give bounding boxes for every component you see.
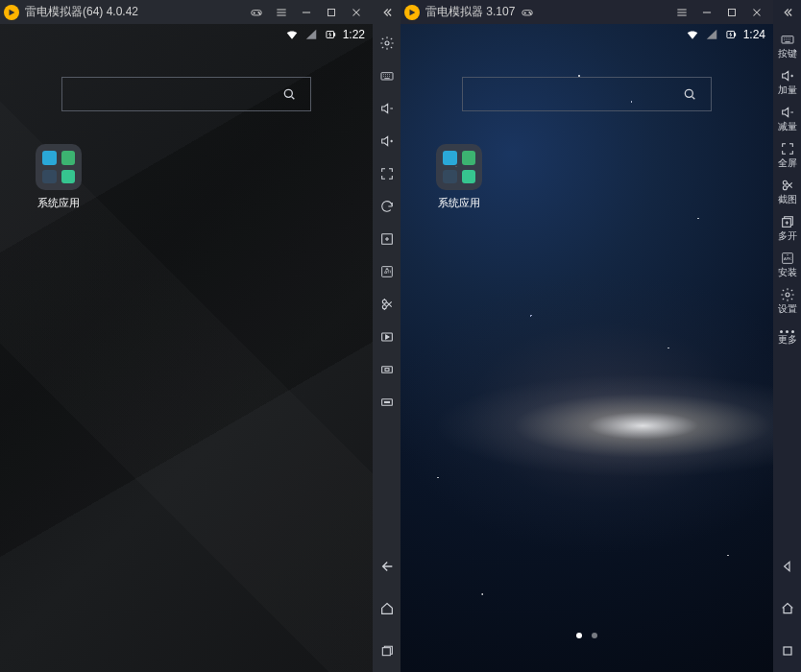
record-button[interactable] [373, 321, 400, 353]
keymap-label: 按键 [778, 49, 797, 59]
install-label: 安装 [778, 268, 797, 277]
svg-point-19 [388, 401, 389, 402]
minimize-button[interactable] [294, 0, 319, 24]
multi-label: 多开 [778, 231, 797, 241]
screenshot-button[interactable] [373, 288, 400, 321]
app-logo-icon [4, 5, 19, 20]
more-icon [780, 330, 794, 333]
page-dot[interactable] [592, 633, 597, 638]
side-toolbar-right: 按键 加量 减量 全屏 截图 多开 APK 安装 设置 更多 [773, 0, 801, 672]
screenshot-label: 截图 [778, 195, 797, 204]
volume-down-button[interactable] [373, 92, 400, 125]
minimize-button[interactable] [694, 0, 719, 24]
status-bar: 1:22 [0, 24, 373, 45]
wifi-icon [285, 28, 299, 41]
device-screen[interactable]: 1:22 系统应用 [0, 24, 373, 672]
search-input[interactable] [462, 77, 712, 111]
more-label: 更多 [778, 335, 797, 345]
nav-recents-button[interactable] [373, 630, 400, 672]
svg-point-17 [384, 401, 385, 402]
wifi-icon [686, 28, 699, 41]
svg-point-18 [386, 401, 387, 402]
volume-up-button[interactable] [373, 125, 400, 157]
window-title: 雷电模拟器 3.107 [425, 4, 515, 20]
search-icon [281, 86, 297, 102]
collapse-button[interactable] [373, 6, 400, 27]
collapse-button[interactable] [773, 6, 801, 27]
svg-point-12 [382, 305, 386, 309]
svg-point-22 [529, 12, 530, 12]
settings-button[interactable] [373, 27, 400, 60]
install-apk-button[interactable] [373, 255, 400, 288]
screenshot-button[interactable]: 截图 [773, 173, 801, 209]
nav-back-button[interactable] [773, 545, 801, 588]
svg-point-7 [385, 41, 389, 45]
folder-label: 系统应用 [37, 196, 80, 210]
svg-point-27 [685, 89, 692, 97]
settings-label: 设置 [778, 304, 797, 314]
svg-rect-20 [382, 648, 390, 656]
svg-point-29 [783, 180, 787, 184]
menu-icon[interactable] [669, 0, 694, 24]
nav-back-button[interactable] [373, 545, 400, 588]
svg-rect-3 [328, 9, 335, 15]
signal-icon [304, 28, 318, 41]
svg-point-2 [259, 12, 260, 13]
folder-icon [36, 144, 82, 190]
page-indicator [400, 633, 773, 638]
status-time: 1:22 [343, 28, 365, 41]
status-time: 1:24 [743, 28, 765, 41]
system-apps-folder[interactable]: 系统应用 [29, 144, 88, 210]
fullscreen-button[interactable] [373, 157, 400, 190]
svg-point-6 [284, 89, 292, 97]
battery-charging-icon [324, 28, 337, 41]
sync-button[interactable] [373, 190, 400, 223]
titlebar[interactable]: 雷电模拟器 3.107 [400, 0, 773, 24]
svg-point-30 [783, 186, 787, 190]
svg-point-11 [382, 300, 386, 303]
battery-charging-icon [724, 28, 738, 41]
svg-rect-35 [784, 647, 791, 655]
svg-point-1 [258, 12, 259, 12]
close-button[interactable] [744, 0, 769, 24]
close-button[interactable] [344, 0, 369, 24]
app-logo-icon [404, 5, 420, 20]
keyboard-button[interactable] [373, 60, 400, 92]
menu-icon[interactable] [269, 0, 294, 24]
titlebar[interactable]: 雷电模拟器(64) 4.0.42 [0, 0, 373, 24]
gamepad-icon[interactable] [515, 0, 540, 24]
system-apps-folder[interactable]: 系统应用 [429, 144, 489, 210]
device-screen[interactable]: 1:24 系统应用 [400, 24, 773, 672]
fullscreen-button[interactable]: 全屏 [773, 136, 801, 173]
more-button[interactable] [373, 386, 400, 419]
volume-up-button[interactable]: 加量 [773, 63, 801, 100]
svg-rect-24 [729, 9, 736, 15]
add-button[interactable] [373, 223, 400, 255]
fullscreen-label: 全屏 [778, 158, 797, 168]
nav-recents-button[interactable] [773, 630, 801, 672]
keymap-button[interactable]: 按键 [773, 27, 801, 63]
search-icon [682, 86, 697, 102]
gamepad-icon[interactable] [244, 0, 269, 24]
page-dot-active [576, 633, 582, 638]
nav-home-button[interactable] [373, 588, 400, 630]
folder-label: 系统应用 [438, 196, 480, 210]
multi-instance-button[interactable]: 多开 [773, 209, 801, 246]
side-toolbar-left [373, 0, 400, 672]
volume-down-label: 减量 [778, 122, 797, 132]
search-input[interactable] [61, 77, 311, 111]
nav-home-button[interactable] [773, 588, 801, 630]
svg-point-23 [530, 12, 531, 13]
svg-rect-26 [734, 34, 735, 36]
install-apk-button[interactable]: APK 安装 [773, 246, 801, 282]
volume-down-button[interactable]: 减量 [773, 100, 801, 136]
svg-text:APK: APK [783, 256, 790, 261]
maximize-button[interactable] [719, 0, 744, 24]
svg-rect-5 [333, 34, 334, 36]
rotate-button[interactable] [373, 353, 400, 386]
more-button[interactable]: 更多 [773, 319, 801, 355]
settings-button[interactable]: 设置 [773, 282, 801, 319]
maximize-button[interactable] [319, 0, 344, 24]
signal-icon [705, 28, 718, 41]
svg-point-34 [786, 293, 789, 297]
